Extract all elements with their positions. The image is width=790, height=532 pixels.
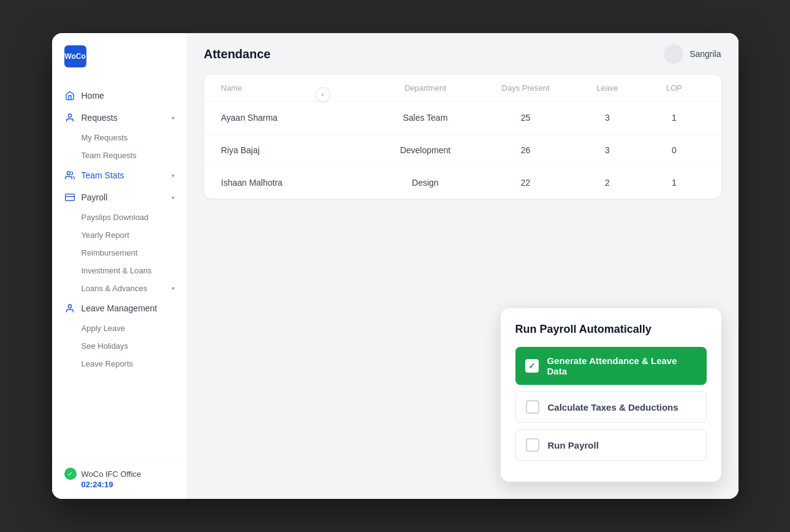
step-checkbox-calculate — [526, 400, 539, 414]
table-row: Ayaan Sharma Sales Team 25 3 1 — [204, 102, 721, 134]
table-row: Riya Bajaj Development 26 3 0 — [204, 134, 721, 167]
payroll-panel: Run Payroll Automatically ✓ Generate Att… — [501, 308, 721, 482]
home-icon — [64, 90, 75, 101]
row3-leave: 2 — [570, 178, 644, 188]
sidebar-logo: WoCo — [52, 33, 187, 80]
sidebar-subitem-payslips[interactable]: Payslips Download — [52, 208, 187, 226]
svg-rect-2 — [65, 194, 74, 201]
sidebar-item-leave-label: Leave Management — [82, 303, 158, 313]
chevron-down-icon: ▾ — [172, 115, 175, 121]
office-time: 02:24:19 — [64, 480, 175, 489]
col-header-lop: LOP — [645, 83, 704, 93]
row2-leave: 3 — [570, 145, 644, 155]
logo-box: WoCo — [64, 45, 86, 67]
user-name: Sangrila — [689, 49, 721, 59]
row1-dept: Sales Team — [370, 113, 481, 123]
col-header-leave: Leave — [570, 83, 644, 93]
status-dot: ✓ — [64, 468, 77, 480]
row2-dept: Development — [370, 145, 481, 155]
sidebar-item-requests[interactable]: Requests ▾ — [52, 107, 187, 129]
table-header: Name Department Days Present Leave LOP — [204, 75, 721, 102]
sidebar-subitem-team-requests[interactable]: Team Requests — [52, 146, 187, 164]
sidebar-item-requests-label: Requests — [82, 113, 118, 123]
chevron-down-icon-2: ▾ — [172, 172, 175, 179]
payroll-step-calculate[interactable]: Calculate Taxes & Deductions — [515, 391, 707, 423]
payroll-panel-title: Run Payroll Automatically — [515, 323, 707, 336]
attendance-card: Name Department Days Present Leave LOP A… — [204, 75, 721, 199]
collapse-sidebar-button[interactable]: ‹ — [316, 87, 330, 102]
chevron-down-icon-4: ▾ — [172, 285, 175, 292]
chevron-down-icon-3: ▾ — [172, 194, 175, 201]
row3-dept: Design — [370, 178, 481, 188]
office-name: WoCo IFC Office — [82, 469, 142, 479]
sidebar-subitem-leave-reports[interactable]: Leave Reports — [52, 355, 187, 373]
team-stats-icon — [64, 170, 75, 181]
table-row: Ishaan Malhotra Design 22 2 1 — [204, 167, 721, 199]
topbar: Attendance Sangrila — [187, 33, 739, 75]
sidebar-subitem-holidays[interactable]: See Holidays — [52, 337, 187, 355]
sidebar-subitem-my-requests[interactable]: My Requests — [52, 129, 187, 146]
row1-days: 25 — [481, 113, 570, 123]
svg-point-4 — [68, 305, 71, 308]
sidebar-nav: Home Requests ▾ My Requests Team Request… — [52, 80, 187, 457]
sidebar-subitem-reimbursement[interactable]: Reimbursement — [52, 244, 187, 262]
row3-name: Ishaan Malhotra — [221, 178, 370, 188]
office-info: ✓ WoCo IFC Office — [64, 468, 175, 480]
payroll-icon — [64, 192, 75, 203]
sidebar-subitem-investment[interactable]: Investment & Loans — [52, 262, 187, 279]
step-checkbox-generate: ✓ — [525, 359, 539, 373]
row2-lop: 0 — [645, 145, 704, 155]
page-title: Attendance — [204, 47, 271, 61]
sidebar-item-payroll[interactable]: Payroll ▾ — [52, 186, 187, 208]
main-content: ‹ Attendance Sangrila Name Department Da… — [187, 33, 739, 499]
sidebar-item-team-stats-label: Team Stats — [82, 170, 124, 180]
avatar — [664, 44, 683, 64]
row1-lop: 1 — [645, 113, 704, 123]
sidebar-subitem-yearly[interactable]: Yearly Report — [52, 226, 187, 244]
row1-leave: 3 — [570, 113, 644, 123]
row1-name: Ayaan Sharma — [221, 113, 370, 123]
col-header-name: Name — [221, 83, 370, 93]
row3-days: 22 — [481, 178, 570, 188]
sidebar: WoCo Home — [52, 33, 187, 499]
payroll-step-generate[interactable]: ✓ Generate Attendance & Leave Data — [515, 347, 707, 385]
sidebar-footer: ✓ WoCo IFC Office 02:24:19 — [52, 457, 187, 499]
step-label-calculate: Calculate Taxes & Deductions — [548, 402, 678, 412]
sidebar-item-leave[interactable]: Leave Management — [52, 297, 187, 319]
requests-icon — [64, 112, 75, 123]
row2-name: Riya Bajaj — [221, 145, 370, 155]
sidebar-item-payroll-label: Payroll — [82, 192, 108, 202]
sidebar-subitem-apply-leave[interactable]: Apply Leave — [52, 319, 187, 337]
sidebar-item-home-label: Home — [82, 91, 104, 101]
sidebar-item-home[interactable]: Home — [52, 85, 187, 107]
row3-lop: 1 — [645, 178, 704, 188]
payroll-step-run[interactable]: Run Payroll — [515, 429, 707, 461]
sidebar-item-team-stats[interactable]: Team Stats ▾ — [52, 164, 187, 186]
sidebar-subitem-loans[interactable]: Loans & Advances ▾ — [52, 279, 187, 297]
svg-point-1 — [67, 172, 70, 175]
step-label-generate: Generate Attendance & Leave Data — [547, 355, 697, 376]
leave-icon — [64, 303, 75, 314]
step-label-run: Run Payroll — [548, 440, 599, 450]
svg-point-0 — [68, 114, 71, 117]
topbar-right: Sangrila — [664, 44, 721, 64]
row2-days: 26 — [481, 145, 570, 155]
step-checkbox-run — [526, 438, 539, 452]
col-header-days-present: Days Present — [481, 83, 570, 93]
app-window: WoCo Home — [52, 33, 739, 499]
col-header-department: Department — [370, 83, 481, 93]
